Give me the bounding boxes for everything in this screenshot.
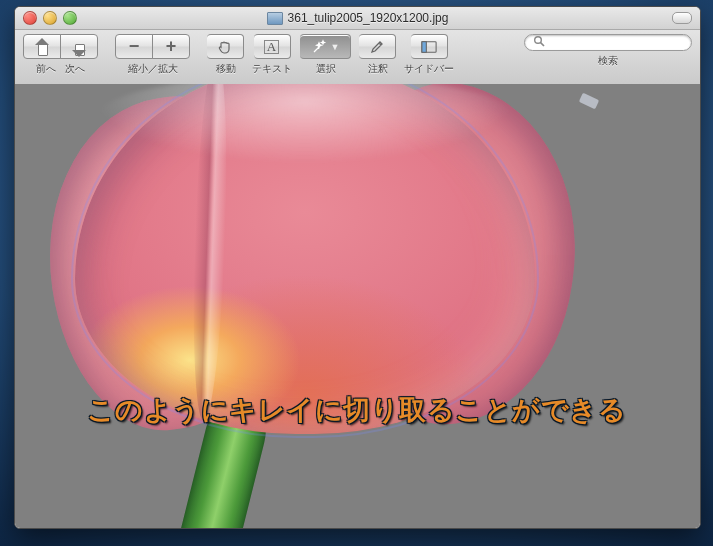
search-label: 検索 [524, 54, 692, 68]
annotate-tool-button[interactable] [359, 34, 396, 59]
hand-icon [217, 39, 233, 55]
sidebar-label: サイドバー [404, 62, 454, 76]
window-controls [23, 11, 77, 25]
search-field[interactable] [524, 34, 692, 51]
magic-select-icon [311, 39, 327, 55]
text-tool-button[interactable]: A [254, 34, 291, 59]
svg-line-3 [541, 43, 544, 46]
search-icon [533, 35, 545, 50]
pencil-icon [369, 39, 385, 55]
select-label: 選択 [316, 62, 336, 76]
artifact-speck [579, 93, 600, 110]
text-label: テキスト [252, 62, 292, 76]
search-group: 検索 [524, 34, 692, 68]
sidebar-button[interactable] [411, 34, 448, 59]
preview-window: 361_tulip2005_1920x1200.jpg 前へ 次へ − + [14, 6, 701, 529]
toolbar: 前へ 次へ − + 縮小／拡大 移動 [15, 30, 700, 88]
search-input[interactable] [549, 36, 683, 50]
zoom-button[interactable] [63, 11, 77, 25]
svg-rect-1 [421, 41, 425, 52]
nav-label: 前へ 次へ [36, 62, 84, 76]
sidebar-icon [421, 39, 437, 55]
window-title: 361_tulip2005_1920x1200.jpg [267, 11, 449, 25]
text-icon: A [264, 40, 279, 54]
sidebar-group: サイドバー [404, 34, 454, 76]
dropdown-caret-icon: ▼ [331, 42, 340, 52]
move-group: 移動 [207, 34, 244, 76]
prev-button[interactable] [23, 34, 61, 59]
nav-group: 前へ 次へ [23, 34, 98, 76]
move-tool-button[interactable] [207, 34, 244, 59]
zoom-out-button[interactable]: − [115, 34, 153, 59]
zoom-in-button[interactable]: + [152, 34, 190, 59]
select-group: ▼ 選択 [300, 34, 351, 76]
minimize-button[interactable] [43, 11, 57, 25]
zoom-label: 縮小／拡大 [128, 62, 178, 76]
move-label: 移動 [216, 62, 236, 76]
annotate-group: 注釈 [359, 34, 396, 76]
text-group: A テキスト [252, 34, 292, 76]
next-button[interactable] [60, 34, 98, 59]
titlebar: 361_tulip2005_1920x1200.jpg [15, 7, 700, 30]
close-button[interactable] [23, 11, 37, 25]
svg-point-2 [535, 37, 542, 44]
tulip-image [15, 84, 575, 528]
toolbar-toggle-button[interactable] [672, 12, 692, 24]
annotate-label: 注釈 [368, 62, 388, 76]
zoom-group: − + 縮小／拡大 [115, 34, 190, 76]
page-down-icon [72, 38, 86, 56]
page-up-icon [35, 38, 49, 56]
document-icon [267, 12, 283, 25]
image-viewport[interactable] [15, 84, 700, 528]
select-tool-button[interactable]: ▼ [300, 34, 351, 59]
window-title-text: 361_tulip2005_1920x1200.jpg [288, 11, 449, 25]
